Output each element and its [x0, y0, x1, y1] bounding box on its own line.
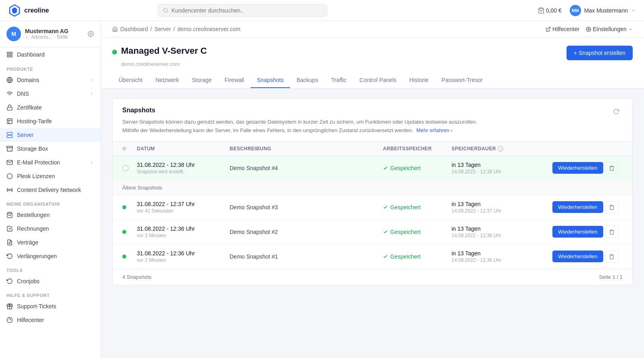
card-footer: 4 Snapshots Seite 1 / 1: [113, 269, 632, 285]
server-status-dot: [112, 50, 117, 55]
sidebar-item-verlaengerungen[interactable]: Verlängerungen: [0, 249, 100, 263]
home-icon: [112, 26, 118, 32]
cart-area[interactable]: 0,00 €: [538, 7, 562, 14]
delete-button-2[interactable]: [605, 201, 619, 213]
content-area: Dashboard / Server / demo.creolineserver…: [101, 21, 644, 358]
bestellungen-label: Bestellungen: [17, 212, 50, 218]
refresh-button[interactable]: [610, 107, 623, 118]
search-bar: [158, 4, 327, 17]
sidebar-item-email[interactable]: E-Mail Protection: [0, 156, 100, 169]
sidebar-item-storagebox[interactable]: Storage Box: [0, 142, 100, 156]
tab-storage[interactable]: Storage: [186, 73, 218, 88]
support-label: Support-Tickets: [17, 303, 56, 310]
svg-rect-9: [7, 55, 9, 57]
section-org-label: MEINE ORGANISATION: [0, 197, 100, 208]
sidebar-item-support[interactable]: Support-Tickets: [0, 299, 100, 313]
restore-button-3[interactable]: Wiederherstellen: [552, 226, 603, 238]
delete-button-3[interactable]: [605, 226, 619, 238]
tab-snapshots[interactable]: Snapshots: [251, 73, 290, 88]
snapshot-row-3: 31.08.2022 - 12:36 Uhr vor 2 Minuten Dem…: [113, 220, 632, 244]
restore-button-2[interactable]: Wiederherstellen: [552, 201, 603, 213]
sidebar-item-bestellungen[interactable]: Bestellungen: [0, 208, 100, 222]
server-label: Server: [17, 132, 33, 138]
col-beschreibung: Beschreibung: [230, 146, 383, 152]
row1-duration: in 13 Tagen 14.09.2022 - 12:38 Uhr: [452, 162, 552, 175]
breadcrumb-server[interactable]: Server: [154, 26, 171, 32]
row3-dot: [122, 230, 126, 234]
cdn-icon: [6, 187, 13, 193]
verlaengerungen-label: Verlängerungen: [17, 253, 57, 259]
svg-rect-14: [7, 119, 12, 124]
server-icon: [6, 132, 13, 138]
svg-rect-13: [7, 107, 12, 110]
hilfecenter-topbar-label: Hilfecenter: [552, 26, 579, 32]
dashboard-icon: [6, 51, 13, 58]
row1-radio: [122, 165, 129, 171]
row3-duration: in 13 Tagen 14.09.2022 - 12:36 Uhr: [452, 225, 552, 238]
sidebar-item-rechnungen[interactable]: Rechnungen: [0, 222, 100, 236]
delete-button-4[interactable]: [605, 251, 619, 263]
sidebar-item-domains[interactable]: Domains: [0, 73, 100, 87]
topbar-actions: Hilfecenter Einstellungen: [546, 26, 633, 32]
sidebar-item-hilfecenter[interactable]: Hilfecenter: [0, 313, 100, 327]
svg-marker-1: [12, 7, 17, 14]
sidebar-item-server[interactable]: Server: [0, 128, 100, 142]
sidebar-item-zertifikate[interactable]: Zertifikate: [0, 101, 100, 114]
row1-delete: [605, 162, 623, 174]
snapshot-row-2: 31.08.2022 - 12:37 Uhr vor 41 Sekunden D…: [113, 195, 632, 220]
breadcrumb-sep1: /: [151, 26, 152, 32]
svg-point-2: [163, 8, 167, 12]
hilfecenter-link[interactable]: Hilfecenter: [546, 26, 579, 32]
row3-delete: [605, 226, 623, 238]
settings-dropdown[interactable]: Einstellungen: [586, 26, 633, 32]
section-produkte-label: PRODUKTE: [0, 62, 100, 73]
hilfecenter-label: Hilfecenter: [17, 317, 44, 323]
user-area[interactable]: MM Max Mustermann: [570, 5, 636, 16]
page-info: Seite 1 / 1: [599, 274, 623, 280]
tab-passwort[interactable]: Passwort-Tresor: [435, 73, 489, 88]
col-arbeitsspeicher: Arbeitsspeicher: [383, 146, 452, 152]
check-icon-1: [383, 165, 388, 171]
rechnungen-label: Rechnungen: [17, 225, 49, 232]
sidebar-item-dashboard[interactable]: Dashboard: [0, 47, 100, 62]
delete-button-1[interactable]: [605, 162, 619, 174]
search-input[interactable]: [171, 7, 322, 14]
create-snapshot-button[interactable]: + Snapshot erstellen: [567, 46, 633, 60]
cart-icon: [538, 7, 544, 14]
sidebar-item-plesk[interactable]: Plesk Lizenzen: [0, 169, 100, 183]
breadcrumb-dashboard[interactable]: Dashboard: [120, 26, 148, 32]
topnav: creoline 0,00 € MM Max Mustermann: [0, 0, 644, 21]
sidebar-item-dns[interactable]: DNS: [0, 87, 100, 101]
tab-uebersicht[interactable]: Übersicht: [112, 73, 149, 88]
learn-more-link[interactable]: Mehr erfahren ›: [416, 127, 453, 133]
tab-netzwerk[interactable]: Netzwerk: [149, 73, 185, 88]
svg-marker-4: [25, 35, 29, 39]
sidebar-item-cdn[interactable]: Content Delivery Network: [0, 183, 100, 197]
tab-traffic[interactable]: Traffic: [325, 73, 353, 88]
profile-id: 5498: [57, 34, 68, 40]
row2-dot: [122, 205, 126, 209]
restore-button-1[interactable]: Wiederherstellen: [552, 162, 603, 174]
row3-date: 31.08.2022 - 12:36 Uhr vor 2 Minuten: [137, 225, 230, 238]
logo[interactable]: creoline: [8, 4, 49, 17]
main-content: Snapshots Server-Snapshots können dazu g…: [101, 88, 644, 358]
tab-controlpanels[interactable]: Control Panels: [353, 73, 403, 88]
settings-icon[interactable]: [88, 31, 94, 37]
tab-firewall[interactable]: Firewall: [218, 73, 251, 88]
tab-historie[interactable]: Historie: [403, 73, 435, 88]
plesk-label: Plesk Lizenzen: [17, 173, 55, 179]
row2-desc: Demo Snapshot #3: [230, 204, 383, 211]
restore-button-4[interactable]: Wiederherstellen: [552, 251, 603, 262]
sidebar-item-vertraege[interactable]: Verträge: [0, 236, 100, 249]
tab-backups[interactable]: Backups: [290, 73, 325, 88]
svg-point-23: [9, 190, 10, 191]
chevron-right-dns-icon: [89, 91, 94, 96]
breadcrumb-current: demo.creolineserver.com: [178, 26, 240, 32]
svg-rect-17: [7, 132, 12, 134]
row1-memory: Gespeichert: [383, 165, 452, 171]
sidebar-item-cronjobs[interactable]: Cronjobs: [0, 274, 100, 288]
cart-amount: 0,00 €: [546, 7, 562, 14]
breadcrumb: Dashboard / Server / demo.creolineserver…: [112, 26, 240, 32]
settings-label: Einstellungen: [593, 26, 627, 32]
sidebar-item-hosting[interactable]: Hosting-Tarife: [0, 114, 100, 128]
